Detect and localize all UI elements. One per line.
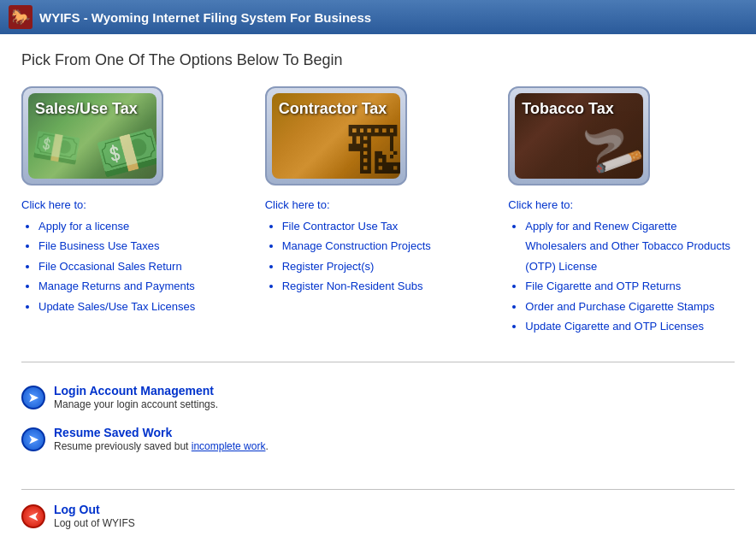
tobacco-tax-icon-wrapper[interactable]: Tobacco Tax (508, 86, 650, 186)
file-occasional-sales-link[interactable]: File Occasional Sales Return (38, 260, 182, 273)
sales-use-tax-icon[interactable]: Sales/Use Tax (28, 93, 157, 179)
list-item[interactable]: File Business Use Taxes (38, 236, 248, 256)
resume-saved-work-content: Resume Saved Work Resume previously save… (54, 426, 269, 452)
tobacco-tax-icon[interactable]: Tobacco Tax (515, 93, 643, 179)
manage-returns-link[interactable]: Manage Returns and Payments (38, 280, 195, 292)
update-cigarette-licenses-link[interactable]: Update Cigarette and OTP Licenses (525, 320, 704, 333)
tobacco-tax-label: Tobacco Tax (522, 100, 613, 118)
list-item[interactable]: File Occasional Sales Return (38, 256, 248, 276)
file-cigarette-otp-returns-link[interactable]: File Cigarette and OTP Returns (525, 280, 681, 292)
incomplete-work-link[interactable]: incomplete work (192, 440, 266, 452)
register-non-resident-subs-link[interactable]: Register Non-Resident Subs (282, 280, 423, 292)
login-account-content: Login Account Management Manage your log… (54, 384, 218, 410)
manage-construction-projects-link[interactable]: Manage Construction Projects (282, 239, 431, 252)
logout-icon: ➤ (21, 504, 45, 528)
file-contractor-use-tax-link[interactable]: File Contractor Use Tax (282, 220, 399, 233)
contractor-tax-label: Contractor Tax (279, 100, 387, 118)
contractor-tax-list: File Contractor Use Tax Manage Construct… (265, 216, 492, 297)
update-sales-licenses-link[interactable]: Update Sales/Use Tax Licenses (38, 300, 195, 313)
contractor-tax-icon[interactable]: Contractor Tax (272, 93, 400, 179)
login-account-management-link[interactable]: Login Account Management (54, 384, 214, 398)
title-bar: 🐎 WYIFS - Wyoming Internet Filing System… (0, 0, 756, 34)
list-item[interactable]: Order and Purchase Cigarette Stamps (525, 297, 735, 316)
apply-license-link[interactable]: Apply for a license (38, 220, 129, 233)
resume-saved-work-row[interactable]: ➤ Resume Saved Work Resume previously sa… (21, 426, 735, 452)
right-arrow-icon: ➤ (28, 391, 38, 404)
list-item[interactable]: Apply for a license (38, 216, 248, 236)
list-item[interactable]: Register Project(s) (282, 256, 492, 276)
list-item[interactable]: File Cigarette and OTP Returns (525, 276, 735, 296)
logout-link[interactable]: Log Out (54, 503, 100, 516)
contractor-tax-click-here: Click here to: (265, 198, 492, 211)
logout-row[interactable]: ➤ Log Out Log out of WYIFS (21, 503, 735, 529)
register-projects-link[interactable]: Register Project(s) (282, 260, 375, 273)
sales-use-tax-label: Sales/Use Tax (35, 100, 138, 118)
list-item[interactable]: Manage Construction Projects (282, 236, 492, 256)
resume-saved-work-icon: ➤ (21, 427, 45, 451)
login-account-desc: Manage your login account settings. (54, 398, 218, 410)
sales-use-tax-column: Sales/Use Tax Click here to: Apply for a… (21, 86, 248, 336)
left-arrow-icon: ➤ (28, 509, 38, 523)
contractor-tax-icon-wrapper[interactable]: Contractor Tax (265, 86, 407, 186)
logout-content: Log Out Log out of WYIFS (54, 503, 135, 529)
logout-desc: Log out of WYIFS (54, 517, 135, 529)
list-item[interactable]: Apply for and Renew Cigarette Wholesaler… (525, 216, 735, 276)
main-content: Pick From One Of The Options Below To Be… (0, 34, 756, 536)
resume-saved-work-desc: Resume previously saved but incomplete w… (54, 440, 269, 452)
login-account-icon: ➤ (21, 386, 45, 409)
sales-use-tax-click-here: Click here to: (21, 198, 248, 211)
right-arrow-icon-2: ➤ (28, 433, 38, 446)
resume-saved-work-link[interactable]: Resume Saved Work (54, 426, 172, 439)
sales-use-tax-icon-wrapper[interactable]: Sales/Use Tax (21, 86, 163, 186)
login-account-management-row[interactable]: ➤ Login Account Management Manage your l… (21, 384, 735, 410)
tobacco-tax-list: Apply for and Renew Cigarette Wholesaler… (508, 216, 735, 336)
order-cigarette-stamps-link[interactable]: Order and Purchase Cigarette Stamps (525, 300, 714, 313)
list-item[interactable]: Register Non-Resident Subs (282, 276, 492, 296)
page-title: Pick From One Of The Options Below To Be… (21, 51, 735, 69)
tobacco-tax-column: Tobacco Tax Click here to: Apply for and… (508, 86, 735, 336)
tobacco-tax-click-here: Click here to: (508, 198, 735, 211)
list-item[interactable]: Update Cigarette and OTP Licenses (525, 316, 735, 336)
sales-use-tax-list: Apply for a license File Business Use Ta… (21, 216, 248, 316)
list-item[interactable]: Manage Returns and Payments (38, 276, 248, 296)
divider-bottom (21, 489, 735, 490)
app-icon: 🐎 (9, 5, 32, 29)
list-item[interactable]: File Contractor Use Tax (282, 216, 492, 236)
divider-top (21, 362, 735, 362)
options-grid: Sales/Use Tax Click here to: Apply for a… (21, 86, 735, 336)
apply-renew-cigarette-link[interactable]: Apply for and Renew Cigarette Wholesaler… (525, 220, 730, 273)
app-title: WYIFS - Wyoming Internet Filing System F… (39, 10, 371, 25)
bottom-section: ➤ Login Account Management Manage your l… (21, 375, 735, 476)
file-business-use-taxes-link[interactable]: File Business Use Taxes (38, 239, 159, 252)
contractor-tax-column: Contractor Tax Click here to: File Contr… (265, 86, 492, 336)
list-item[interactable]: Update Sales/Use Tax Licenses (38, 297, 248, 316)
